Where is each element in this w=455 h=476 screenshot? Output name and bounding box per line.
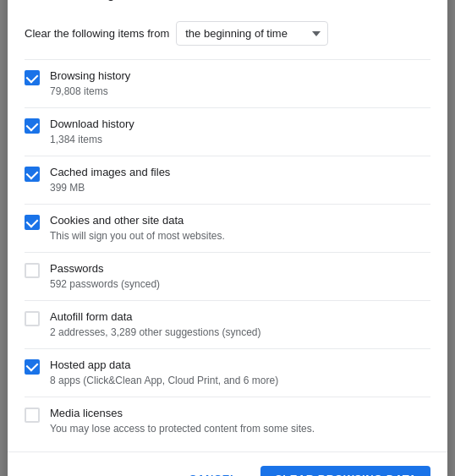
cancel-button[interactable]: CANCEL [175,466,250,476]
list-item: Autofill form data2 addresses, 3,289 oth… [25,300,430,348]
list-item: Hosted app data8 apps (Click&Clean App, … [25,348,430,397]
dialog-footer: CANCEL CLEAR BROWSING DATA [8,451,447,476]
item-detail-autofill: 2 addresses, 3,289 other suggestions (sy… [50,326,430,340]
item-content-cached-images: Cached images and files399 MB [50,165,430,195]
item-detail-cached-images: 399 MB [50,181,430,195]
item-detail-cookies: This will sign you out of most websites. [50,229,430,243]
dialog-header: Clear browsing data × [8,0,447,14]
item-content-hosted-app-data: Hosted app data8 apps (Click&Clean App, … [50,358,430,388]
checkbox-download-history[interactable] [25,117,40,134]
time-range-select[interactable]: the beginning of timethe past hourthe pa… [176,21,328,46]
item-name-hosted-app-data: Hosted app data [50,358,430,373]
item-name-download-history: Download history [50,117,430,132]
item-content-cookies: Cookies and other site dataThis will sig… [50,213,430,243]
item-content-download-history: Download history1,384 items [50,117,430,147]
checkbox-browsing-history[interactable] [25,68,40,85]
clear-browsing-data-dialog: Clear browsing data × Clear the followin… [8,0,447,476]
checkbox-icon-hosted-app-data[interactable] [25,359,40,375]
clear-browsing-data-button[interactable]: CLEAR BROWSING DATA [260,466,430,476]
list-item: Cached images and files399 MB [25,156,430,204]
checkbox-icon-browsing-history[interactable] [25,70,40,85]
list-item: Media licensesYou may lose access to pro… [25,397,430,445]
item-name-autofill: Autofill form data [50,309,430,325]
item-content-passwords: Passwords592 passwords (synced) [50,261,430,292]
checkbox-icon-media-licenses[interactable] [25,408,40,423]
time-range-row: Clear the following items from the begin… [8,14,447,59]
checkbox-icon-autofill[interactable] [25,311,40,326]
item-name-cached-images: Cached images and files [50,165,430,180]
checkbox-icon-cookies[interactable] [25,215,40,230]
list-item: Download history1,384 items [25,107,430,156]
close-button[interactable]: × [410,0,430,4]
item-name-media-licenses: Media licenses [50,406,430,421]
list-item: Passwords592 passwords (synced) [25,252,430,300]
checkbox-hosted-app-data[interactable] [25,358,40,375]
dialog-title: Clear browsing data [25,0,145,2]
item-name-passwords: Passwords [50,261,430,276]
item-name-browsing-history: Browsing history [50,68,430,84]
item-content-browsing-history: Browsing history79,808 items [50,68,430,99]
checkbox-cached-images[interactable] [25,165,40,182]
item-detail-download-history: 1,384 items [50,133,430,147]
checkbox-autofill[interactable] [25,309,40,326]
item-detail-browsing-history: 79,808 items [50,85,430,99]
checkbox-icon-cached-images[interactable] [25,167,40,182]
item-detail-media-licenses: You may lose access to protected content… [50,422,430,436]
item-content-media-licenses: Media licensesYou may lose access to pro… [50,406,430,436]
checkbox-passwords[interactable] [25,261,40,278]
list-item: Browsing history79,808 items [25,59,430,107]
item-name-cookies: Cookies and other site data [50,213,430,228]
checkbox-cookies[interactable] [25,213,40,230]
item-detail-passwords: 592 passwords (synced) [50,277,430,292]
list-item: Cookies and other site dataThis will sig… [25,204,430,252]
checkbox-icon-passwords[interactable] [25,263,40,278]
items-list: Browsing history79,808 itemsDownload his… [8,59,447,445]
time-range-label: Clear the following items from [25,27,169,40]
checkbox-media-licenses[interactable] [25,406,40,423]
checkbox-icon-download-history[interactable] [25,118,40,134]
item-detail-hosted-app-data: 8 apps (Click&Clean App, Cloud Print, an… [50,374,430,388]
item-content-autofill: Autofill form data2 addresses, 3,289 oth… [50,309,430,340]
